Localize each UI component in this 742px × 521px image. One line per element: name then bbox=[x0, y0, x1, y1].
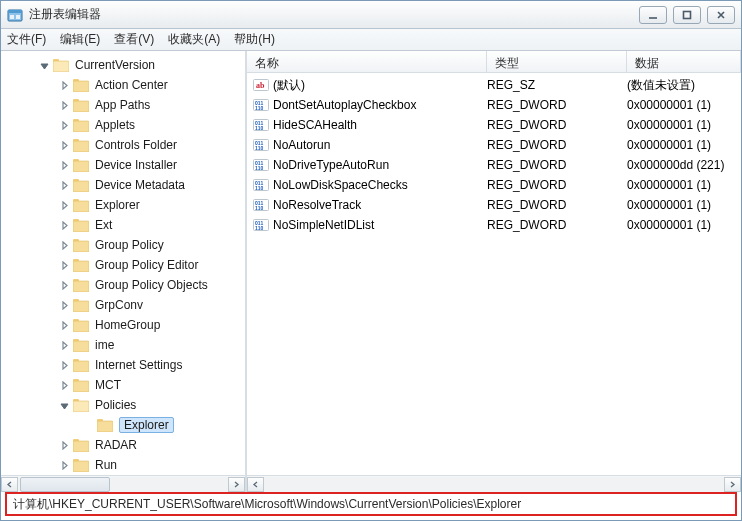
expand-closed-icon[interactable] bbox=[59, 320, 69, 330]
tree-root[interactable]: CurrentVersion bbox=[1, 55, 245, 75]
value-type: REG_SZ bbox=[487, 78, 627, 92]
value-data: 0x00000001 (1) bbox=[627, 178, 741, 192]
expand-closed-icon[interactable] bbox=[59, 440, 69, 450]
value-data: (数值未设置) bbox=[627, 77, 741, 94]
svg-rect-2 bbox=[10, 15, 14, 19]
value-row[interactable]: 011110NoSimpleNetIDListREG_DWORD0x000000… bbox=[247, 215, 741, 235]
scroll-right-icon[interactable] bbox=[724, 477, 741, 492]
expand-closed-icon[interactable] bbox=[59, 280, 69, 290]
scroll-thumb[interactable] bbox=[20, 477, 110, 492]
expand-closed-icon[interactable] bbox=[59, 140, 69, 150]
folder-icon bbox=[97, 419, 113, 432]
tree-item-run[interactable]: Run bbox=[1, 455, 245, 475]
tree-item-device-installer[interactable]: Device Installer bbox=[1, 155, 245, 175]
column-type[interactable]: 类型 bbox=[487, 51, 627, 72]
values-list[interactable]: ab(默认)REG_SZ(数值未设置)011110DontSetAutoplay… bbox=[247, 73, 741, 475]
folder-icon bbox=[73, 439, 89, 452]
value-row[interactable]: 011110NoAutorunREG_DWORD0x00000001 (1) bbox=[247, 135, 741, 155]
tree-item-label: HomeGroup bbox=[95, 318, 160, 332]
tree-item-label: Explorer bbox=[95, 198, 140, 212]
tree-item-explorer[interactable]: Explorer bbox=[1, 195, 245, 215]
tree-pane: CurrentVersionAction CenterApp PathsAppl… bbox=[1, 51, 245, 492]
expand-closed-icon[interactable] bbox=[59, 100, 69, 110]
folder-icon bbox=[73, 359, 89, 372]
maximize-button[interactable] bbox=[673, 6, 701, 24]
expand-closed-icon[interactable] bbox=[83, 420, 93, 430]
tree-item-homegroup[interactable]: HomeGroup bbox=[1, 315, 245, 335]
column-name[interactable]: 名称 bbox=[247, 51, 487, 72]
tree-item-grpconv[interactable]: GrpConv bbox=[1, 295, 245, 315]
tree-item-label: Device Installer bbox=[95, 158, 177, 172]
value-data: 0x000000dd (221) bbox=[627, 158, 741, 172]
menu-favorites[interactable]: 收藏夹(A) bbox=[168, 31, 220, 48]
menu-edit[interactable]: 编辑(E) bbox=[60, 31, 100, 48]
scroll-left-icon[interactable] bbox=[1, 477, 18, 492]
scroll-track[interactable] bbox=[18, 477, 228, 492]
tree-item-mct[interactable]: MCT bbox=[1, 375, 245, 395]
app-icon bbox=[7, 7, 23, 23]
expand-closed-icon[interactable] bbox=[59, 160, 69, 170]
svg-rect-19 bbox=[73, 161, 89, 172]
titlebar[interactable]: 注册表编辑器 bbox=[1, 1, 741, 29]
value-name: DontSetAutoplayCheckbox bbox=[273, 98, 416, 112]
values-hscrollbar[interactable] bbox=[247, 475, 741, 492]
tree-item-label: Group Policy Editor bbox=[95, 258, 198, 272]
value-row[interactable]: 011110NoDriveTypeAutoRunREG_DWORD0x00000… bbox=[247, 155, 741, 175]
tree-item-app-paths[interactable]: App Paths bbox=[1, 95, 245, 115]
menu-file[interactable]: 文件(F) bbox=[7, 31, 46, 48]
expand-closed-icon[interactable] bbox=[59, 260, 69, 270]
tree-item-group-policy-objects[interactable]: Group Policy Objects bbox=[1, 275, 245, 295]
expand-closed-icon[interactable] bbox=[59, 200, 69, 210]
tree-item-device-metadata[interactable]: Device Metadata bbox=[1, 175, 245, 195]
value-row[interactable]: 011110NoLowDiskSpaceChecksREG_DWORD0x000… bbox=[247, 175, 741, 195]
value-row[interactable]: 011110DontSetAutoplayCheckboxREG_DWORD0x… bbox=[247, 95, 741, 115]
menu-view[interactable]: 查看(V) bbox=[114, 31, 154, 48]
value-type: REG_DWORD bbox=[487, 118, 627, 132]
svg-rect-21 bbox=[73, 181, 89, 192]
tree-item-internet-settings[interactable]: Internet Settings bbox=[1, 355, 245, 375]
tree-item-label: Controls Folder bbox=[95, 138, 177, 152]
expand-closed-icon[interactable] bbox=[59, 220, 69, 230]
scroll-right-icon[interactable] bbox=[228, 477, 245, 492]
svg-rect-43 bbox=[73, 401, 89, 412]
value-row[interactable]: 011110HideSCAHealthREG_DWORD0x00000001 (… bbox=[247, 115, 741, 135]
tree-item-group-policy-editor[interactable]: Group Policy Editor bbox=[1, 255, 245, 275]
tree-item-radar[interactable]: RADAR bbox=[1, 435, 245, 455]
tree-item-ext[interactable]: Ext bbox=[1, 215, 245, 235]
folder-icon bbox=[73, 319, 89, 332]
minimize-button[interactable] bbox=[639, 6, 667, 24]
expand-closed-icon[interactable] bbox=[59, 360, 69, 370]
expand-open-icon[interactable] bbox=[59, 400, 69, 410]
tree-item-ime[interactable]: ime bbox=[1, 335, 245, 355]
close-button[interactable] bbox=[707, 6, 735, 24]
expand-closed-icon[interactable] bbox=[59, 240, 69, 250]
expand-open-icon[interactable] bbox=[39, 60, 49, 70]
tree-item-controls-folder[interactable]: Controls Folder bbox=[1, 135, 245, 155]
scroll-left-icon[interactable] bbox=[247, 477, 264, 492]
folder-icon bbox=[73, 159, 89, 172]
menu-help[interactable]: 帮助(H) bbox=[234, 31, 275, 48]
value-data: 0x00000001 (1) bbox=[627, 98, 741, 112]
expand-closed-icon[interactable] bbox=[59, 80, 69, 90]
tree-item-action-center[interactable]: Action Center bbox=[1, 75, 245, 95]
expand-closed-icon[interactable] bbox=[59, 180, 69, 190]
expand-closed-icon[interactable] bbox=[59, 460, 69, 470]
expand-closed-icon[interactable] bbox=[59, 380, 69, 390]
tree-hscrollbar[interactable] bbox=[1, 475, 245, 492]
tree-item-policies-explorer[interactable]: Explorer bbox=[1, 415, 245, 435]
expand-closed-icon[interactable] bbox=[59, 340, 69, 350]
tree-item-group-policy[interactable]: Group Policy bbox=[1, 235, 245, 255]
tree-view[interactable]: CurrentVersionAction CenterApp PathsAppl… bbox=[1, 51, 245, 475]
tree-item-applets[interactable]: Applets bbox=[1, 115, 245, 135]
svg-rect-9 bbox=[53, 61, 69, 72]
svg-text:110: 110 bbox=[255, 105, 264, 111]
expand-closed-icon[interactable] bbox=[59, 300, 69, 310]
value-row[interactable]: ab(默认)REG_SZ(数值未设置) bbox=[247, 75, 741, 95]
tree-item-policies[interactable]: Policies bbox=[1, 395, 245, 415]
svg-rect-49 bbox=[73, 461, 89, 472]
scroll-track[interactable] bbox=[264, 477, 724, 492]
expand-closed-icon[interactable] bbox=[59, 120, 69, 130]
value-row[interactable]: 011110NoResolveTrackREG_DWORD0x00000001 … bbox=[247, 195, 741, 215]
column-data[interactable]: 数据 bbox=[627, 51, 741, 72]
svg-rect-3 bbox=[16, 15, 20, 19]
